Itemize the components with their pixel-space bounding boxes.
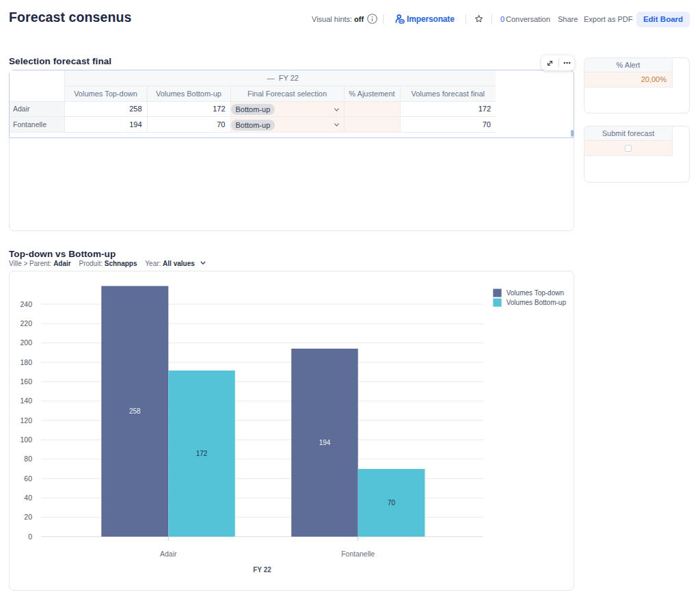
svg-text:180: 180: [20, 358, 32, 366]
svg-text:40: 40: [24, 494, 32, 502]
svg-text:258: 258: [129, 407, 141, 415]
svg-text:240: 240: [20, 300, 32, 308]
svg-text:120: 120: [20, 416, 32, 425]
svg-text:20: 20: [24, 513, 32, 521]
svg-text:0: 0: [28, 533, 32, 541]
svg-text:Fontanelle: Fontanelle: [341, 550, 375, 558]
svg-text:140: 140: [20, 396, 32, 405]
svg-text:194: 194: [319, 439, 331, 446]
svg-text:60: 60: [24, 474, 32, 483]
svg-text:220: 220: [20, 319, 32, 327]
svg-text:160: 160: [20, 377, 32, 386]
svg-text:100: 100: [20, 435, 32, 444]
svg-text:Adair: Adair: [160, 550, 177, 558]
svg-text:Volumes Bottom-up: Volumes Bottom-up: [507, 299, 567, 306]
svg-text:80: 80: [24, 455, 32, 463]
svg-text:172: 172: [196, 450, 208, 457]
svg-text:70: 70: [388, 499, 396, 507]
svg-text:200: 200: [20, 338, 32, 347]
svg-text:Volumes Top-down: Volumes Top-down: [507, 289, 564, 297]
svg-text:FY 22: FY 22: [253, 566, 271, 574]
